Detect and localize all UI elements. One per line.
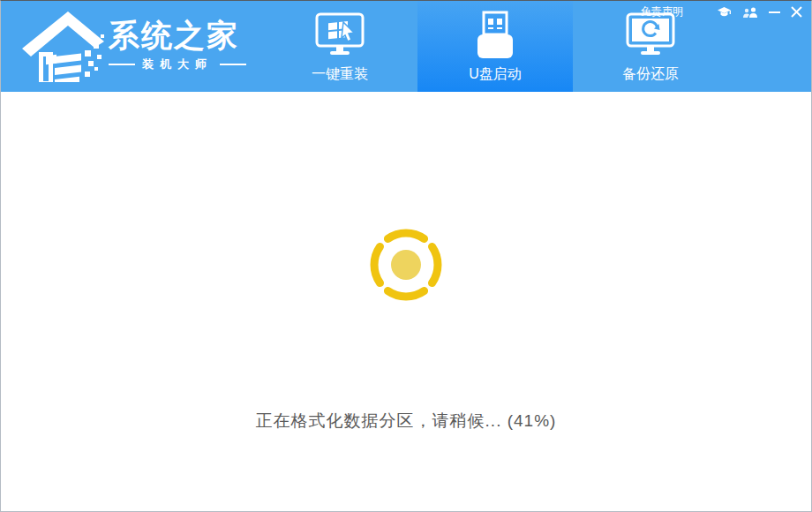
subtitle-dash-left xyxy=(109,64,135,65)
tab-onekey-reinstall[interactable]: 一键重装 xyxy=(262,1,417,92)
brand-text: 系统之家 装机大师 xyxy=(109,18,246,72)
status-message: 正在格式化数据分区，请稍候... (41%) xyxy=(1,410,811,433)
usb-drive-icon xyxy=(475,9,515,62)
content-area: 正在格式化数据分区，请稍候... (41%) xyxy=(1,92,811,511)
monitor-windows-cursor-icon xyxy=(314,9,365,62)
brand-subtitle-label: 装机大师 xyxy=(142,56,213,72)
minimize-icon[interactable] xyxy=(769,6,780,18)
app-window: 系统之家 装机大师 xyxy=(0,0,812,512)
loading-spinner-icon xyxy=(364,222,448,307)
brand-name: 系统之家 xyxy=(109,18,246,53)
app-logo: 系统之家 装机大师 xyxy=(19,8,246,82)
disclaimer-link[interactable]: 免责声明 xyxy=(641,4,683,19)
graduation-cap-icon[interactable] xyxy=(717,6,732,19)
subtitle-dash-right xyxy=(220,64,246,65)
tab-usb-boot[interactable]: U盘启动 xyxy=(417,1,573,92)
users-icon[interactable] xyxy=(742,6,758,19)
tab-label: 备份还原 xyxy=(622,65,679,84)
tab-label: 一键重装 xyxy=(312,65,368,84)
titlebar-controls: 免责声明 xyxy=(641,4,802,19)
tab-label: U盘启动 xyxy=(469,65,522,84)
close-icon[interactable] xyxy=(791,6,802,18)
header: 系统之家 装机大师 xyxy=(1,1,811,92)
house-pixels-logo-icon xyxy=(19,8,105,82)
brand-subtitle: 装机大师 xyxy=(109,56,246,72)
